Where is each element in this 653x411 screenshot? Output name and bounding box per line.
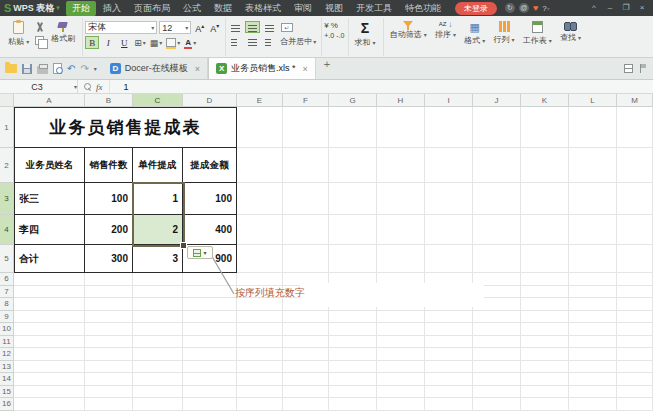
- menu-tab-8[interactable]: 视图: [319, 1, 349, 16]
- font-color-button[interactable]: A▾: [183, 38, 197, 47]
- row-header-2[interactable]: 2: [0, 148, 14, 183]
- column-header-D[interactable]: D: [183, 94, 237, 107]
- tab-docer[interactable]: D Docer-在线模板 ×: [103, 58, 208, 79]
- row-header-16[interactable]: 16: [0, 398, 14, 411]
- cell-C4-selected[interactable]: 2: [133, 215, 183, 245]
- menu-tab-5[interactable]: 数据: [208, 1, 238, 16]
- print-icon[interactable]: [37, 66, 48, 74]
- heart-icon[interactable]: ♥: [533, 3, 538, 13]
- cell-A3[interactable]: 张三: [15, 183, 85, 215]
- close-tab-icon[interactable]: ×: [303, 64, 308, 74]
- redo-icon[interactable]: ↷: [80, 64, 88, 74]
- close-tab-icon[interactable]: ×: [195, 64, 200, 74]
- row-header-12[interactable]: 12: [0, 348, 14, 361]
- save-icon[interactable]: [22, 64, 32, 74]
- column-header-B[interactable]: B: [85, 94, 133, 107]
- name-box[interactable]: C3 ▾: [0, 80, 78, 93]
- row-header-15[interactable]: 15: [0, 386, 14, 399]
- align-center-button[interactable]: [245, 35, 260, 47]
- align-middle-button[interactable]: [245, 21, 260, 33]
- column-header-J[interactable]: J: [473, 94, 521, 107]
- collapse-ribbon-icon[interactable]: ^: [587, 1, 601, 15]
- menu-tab-10[interactable]: 特色功能: [399, 1, 447, 16]
- cell-B3[interactable]: 100: [85, 183, 133, 215]
- row-header-6[interactable]: 6: [0, 273, 14, 286]
- font-size-select[interactable]: 12▾: [159, 21, 191, 34]
- italic-button[interactable]: I: [101, 36, 115, 49]
- format-painter-button[interactable]: 格式刷: [48, 19, 78, 44]
- wps-logo[interactable]: S WPS 表格 ▾: [0, 2, 66, 15]
- menu-tab-1[interactable]: 开始: [66, 1, 96, 16]
- menu-tab-3[interactable]: 页面布局: [128, 1, 176, 16]
- column-header-K[interactable]: K: [521, 94, 569, 107]
- format-button[interactable]: ▦ 格式 ▾: [460, 19, 489, 46]
- row-header-8[interactable]: 8: [0, 298, 14, 311]
- row-header-5[interactable]: 5: [0, 245, 14, 273]
- cell-A5[interactable]: 合计: [15, 245, 85, 273]
- header-cell[interactable]: 业务员姓名: [15, 148, 85, 183]
- increase-decimal-button[interactable]: +.0: [324, 32, 334, 39]
- quick-access-dropdown-icon[interactable]: ▾: [94, 65, 97, 72]
- message-icon[interactable]: @: [519, 3, 529, 13]
- tab-workbook[interactable]: X 业务员销售.xls * ×: [208, 58, 316, 79]
- sort-button[interactable]: AZ 排序 ▾: [431, 19, 460, 40]
- align-right-button[interactable]: [262, 35, 277, 47]
- cell-D4[interactable]: 400: [183, 215, 237, 245]
- cell-B4[interactable]: 200: [85, 215, 133, 245]
- column-header-E[interactable]: E: [237, 94, 283, 107]
- copy-icon[interactable]: [35, 36, 44, 45]
- row-header-10[interactable]: 10: [0, 323, 14, 336]
- row-header-9[interactable]: 9: [0, 311, 14, 324]
- sum-button[interactable]: Σ 求和 ▾: [351, 19, 378, 48]
- autofill-options-button[interactable]: ▾: [187, 246, 213, 259]
- open-folder-icon[interactable]: [5, 64, 17, 73]
- menu-tab-4[interactable]: 公式: [177, 1, 207, 16]
- merge-center-button[interactable]: 合并居中▾: [279, 36, 317, 47]
- row-header-13[interactable]: 13: [0, 361, 14, 374]
- magnifier-icon[interactable]: [84, 83, 91, 90]
- help-icon[interactable]: ?▾: [542, 4, 549, 13]
- insert-function-icon[interactable]: fx: [96, 82, 103, 92]
- worksheet-button[interactable]: 工作表 ▾: [519, 19, 556, 46]
- column-header-A[interactable]: A: [14, 94, 85, 107]
- underline-button[interactable]: U: [117, 36, 131, 49]
- row-header-7[interactable]: 7: [0, 286, 14, 299]
- rows-columns-button[interactable]: 行列 ▾: [489, 19, 518, 45]
- sync-icon[interactable]: ↻: [505, 3, 515, 13]
- cell-grid[interactable]: 业务员销售提成表 业务员姓名 销售件数 单件提成 提成金额 张三 100 1 1…: [14, 107, 653, 411]
- login-button[interactable]: 未登录: [455, 2, 497, 15]
- cell-B5[interactable]: 300: [85, 245, 133, 273]
- restore-icon[interactable]: ❐: [619, 1, 633, 15]
- fill-handle[interactable]: [180, 242, 187, 249]
- cut-icon[interactable]: [35, 22, 45, 32]
- select-all-corner[interactable]: [0, 94, 14, 107]
- header-cell[interactable]: 销售件数: [85, 148, 133, 183]
- new-tab-button[interactable]: +: [316, 58, 338, 79]
- cell-C3-active[interactable]: 1: [133, 183, 183, 215]
- header-cell[interactable]: 提成金额: [183, 148, 237, 183]
- menu-tab-7[interactable]: 审阅: [288, 1, 318, 16]
- align-left-button[interactable]: [228, 35, 243, 47]
- row-header-4[interactable]: 4: [0, 215, 14, 245]
- shrink-font-button[interactable]: A▾: [208, 22, 221, 34]
- percent-style-button[interactable]: %: [331, 21, 338, 30]
- row-header-3[interactable]: 3: [0, 183, 14, 215]
- layout-view-icon[interactable]: [624, 64, 633, 73]
- column-header-F[interactable]: F: [283, 94, 329, 107]
- font-name-select[interactable]: 宋体▾: [85, 21, 157, 34]
- flag-icon[interactable]: [639, 64, 647, 73]
- menu-tab-6[interactable]: 表格样式: [239, 1, 287, 16]
- minimize-icon[interactable]: –: [603, 1, 617, 15]
- decrease-decimal-button[interactable]: -.0: [336, 32, 344, 39]
- align-bottom-button[interactable]: [262, 21, 277, 33]
- column-header-L[interactable]: L: [569, 94, 617, 107]
- print-preview-icon[interactable]: [53, 63, 62, 74]
- menu-tab-9[interactable]: 开发工具: [350, 1, 398, 16]
- find-button[interactable]: 查找 ▾: [556, 19, 585, 43]
- column-header-G[interactable]: G: [329, 94, 377, 107]
- borders-button[interactable]: ⊞▾: [133, 38, 147, 48]
- table-title-cell[interactable]: 业务员销售提成表: [15, 108, 237, 148]
- column-header-I[interactable]: I: [425, 94, 473, 107]
- formula-input[interactable]: 1: [110, 82, 129, 92]
- autofilter-button[interactable]: 自动筛选 ▾: [386, 19, 431, 40]
